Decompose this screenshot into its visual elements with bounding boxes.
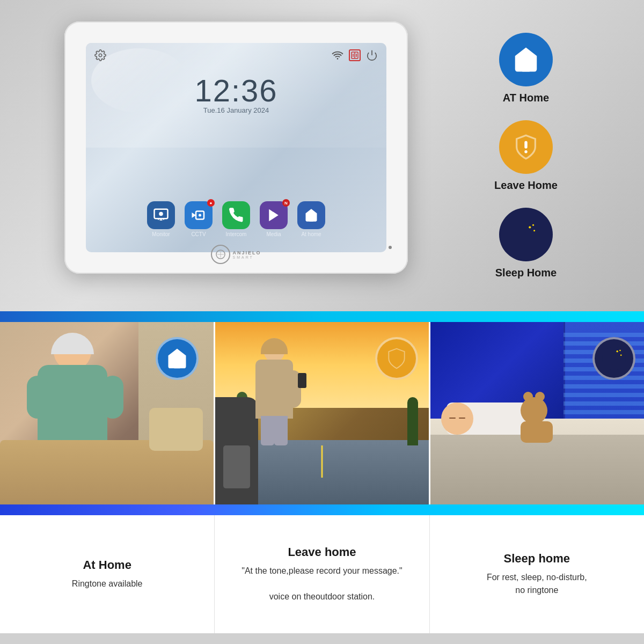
- brand-name: ANJIELO: [232, 250, 261, 255]
- wifi-icon: [332, 50, 343, 60]
- photo-icon-sleep: [592, 337, 635, 380]
- mode-label-sleephome: Sleep Home: [495, 267, 557, 279]
- bottom-desc-sleephome: For rest, sleep, no-disturb, no ringtone: [487, 571, 587, 597]
- svg-point-16: [616, 350, 618, 353]
- record-icon: [349, 49, 361, 61]
- bottom-desc-athome: Ringtone available: [72, 577, 143, 590]
- clock-date: Tue.16 January 2024: [86, 106, 386, 114]
- device-screen: 12:36 Tue.16 January 2024: [86, 43, 386, 252]
- mode-item-leavehome: Leave Home: [494, 120, 558, 192]
- mode-item-sleephome: Sleep Home: [495, 208, 557, 279]
- svg-point-13: [533, 230, 535, 231]
- device-frame: 12:36 Tue.16 January 2024: [64, 21, 408, 274]
- svg-point-15: [602, 347, 626, 370]
- mode-item-athome: AT Home: [499, 33, 553, 104]
- right-icons: [332, 49, 378, 61]
- divider-band-bottom: [0, 504, 644, 515]
- photo-cell-sleep: [429, 322, 644, 504]
- device-brand: ANJIELO SMART: [64, 245, 408, 264]
- svg-marker-10: [269, 209, 279, 222]
- clock-time: 12:36: [86, 72, 386, 108]
- bottom-desc-leavehome: "At the tone,please record your message.…: [241, 565, 402, 603]
- divider-band-top: [0, 311, 644, 322]
- app-icon-cctv[interactable]: ● CCTV: [185, 201, 213, 237]
- bottom-title-sleephome: Sleep home: [504, 552, 570, 566]
- app-row: Monitor ● CCTV: [86, 201, 386, 237]
- gear-icon[interactable]: [94, 49, 106, 61]
- top-section: 12:36 Tue.16 January 2024: [0, 0, 644, 311]
- photo-cell-athome: [0, 322, 214, 504]
- mode-label-athome: AT Home: [503, 92, 549, 104]
- bottom-col-leavehome: Leave home "At the tone,please record yo…: [215, 515, 429, 633]
- bottom-title-leavehome: Leave home: [288, 545, 356, 559]
- app-icon-monitor[interactable]: Monitor: [147, 201, 175, 237]
- app-icon-intercom[interactable]: Intercom: [222, 201, 250, 237]
- mode-circle-athome[interactable]: [499, 33, 553, 86]
- bottom-title-athome: At Home: [83, 558, 131, 572]
- photo-icon-leavehome: [375, 337, 418, 380]
- bottom-section: At Home Ringtone available Leave home "A…: [0, 515, 644, 633]
- screen-topbar: [94, 49, 378, 61]
- media-badge: N: [282, 199, 290, 207]
- app-icon-athome[interactable]: At home: [297, 201, 325, 237]
- device-wrapper: 12:36 Tue.16 January 2024: [64, 21, 419, 290]
- svg-point-9: [199, 214, 201, 217]
- svg-point-14: [532, 224, 534, 225]
- svg-point-17: [620, 355, 622, 356]
- right-panel: AT Home Leave Home: [440, 21, 612, 290]
- mode-circle-leavehome[interactable]: [499, 120, 553, 174]
- app-icon-media[interactable]: N Media: [260, 201, 288, 237]
- bottom-col-athome: At Home Ringtone available: [0, 515, 215, 633]
- svg-point-7: [159, 212, 163, 216]
- screen-clock: 12:36 Tue.16 January 2024: [86, 72, 386, 114]
- svg-point-0: [99, 54, 102, 57]
- svg-point-18: [619, 350, 621, 352]
- bottom-col-sleephome: Sleep home For rest, sleep, no-disturb, …: [430, 515, 644, 633]
- power-icon[interactable]: [366, 49, 378, 61]
- cctv-badge: ●: [207, 199, 215, 207]
- svg-point-12: [529, 226, 531, 228]
- photos-section: [0, 322, 644, 504]
- photo-icon-athome: [156, 337, 199, 380]
- mode-circle-sleephome[interactable]: [499, 208, 553, 261]
- photo-cell-leavehome: [214, 322, 429, 504]
- mode-label-leavehome: Leave Home: [494, 179, 558, 192]
- dot-indicator: [389, 246, 392, 249]
